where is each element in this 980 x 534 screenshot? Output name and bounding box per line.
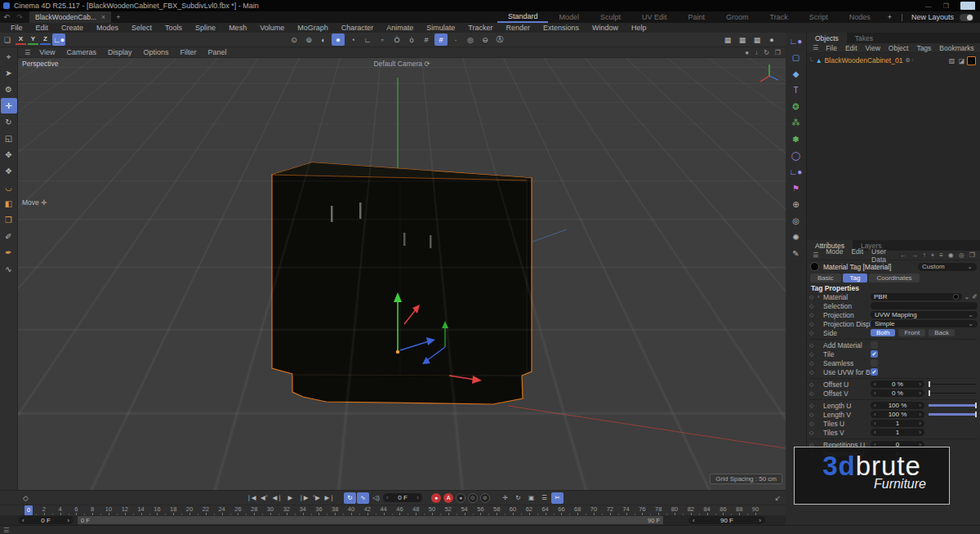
range-track[interactable]: 0 F 90 F (78, 516, 663, 524)
spin-up-icon[interactable]: › (919, 380, 921, 388)
render-settings-icon[interactable]: ◐ (317, 33, 330, 46)
undo-icon[interactable]: ↶ (0, 11, 13, 23)
layout-tab-nodes[interactable]: Nodes (839, 11, 881, 23)
viewport-menu-cameras[interactable]: Cameras (61, 48, 103, 56)
current-frame-field[interactable]: ‹0 F› (383, 493, 422, 502)
menu-modes[interactable]: Modes (90, 24, 125, 32)
animation-dot-icon[interactable]: ◇ (809, 421, 817, 427)
minimize-button[interactable]: — (925, 2, 932, 10)
shading-sphere-icon[interactable]: ● (745, 49, 749, 56)
viewport-menu-view[interactable]: View (33, 48, 60, 56)
record-position-icon[interactable]: ⊙ (468, 493, 478, 503)
magic-solo-icon[interactable]: ◔ (346, 33, 359, 46)
layout-tab-script[interactable]: Script (799, 11, 839, 23)
target-icon[interactable]: ◎ (464, 33, 477, 46)
sky-icon[interactable]: ⊕ (788, 197, 804, 212)
am-menu-mode[interactable]: Mode (822, 247, 847, 264)
transfer-tool-icon[interactable]: ✥ (1, 147, 17, 162)
animation-dot-icon[interactable]: ◇ (809, 294, 817, 300)
checkbox-tile[interactable]: ✔ (871, 350, 878, 358)
record-keyframe-icon[interactable]: ● (431, 493, 441, 503)
animation-dot-icon[interactable]: ◇ (809, 303, 817, 309)
camera-icon[interactable]: ◎ (788, 213, 804, 229)
soft-selection-icon[interactable]: ◡ (1, 180, 17, 195)
zoom-tool-icon[interactable]: ⌖ (1, 49, 17, 65)
box-icon[interactable]: ▣ (525, 492, 537, 504)
axis-lock-y[interactable]: Y (28, 34, 38, 45)
am-burger-icon[interactable]: ☰ (809, 251, 822, 259)
workplane-icon[interactable]: ∟ (361, 33, 374, 46)
redo-icon[interactable]: ↷ (13, 11, 26, 23)
close-tab-icon[interactable]: × (101, 13, 105, 21)
render-view-icon[interactable]: ⊙ (287, 33, 301, 46)
keyframe-selection-icon[interactable]: ● (456, 493, 466, 503)
cut-tool-icon[interactable]: ✂ (551, 492, 564, 504)
keyframe-diamond-icon[interactable]: ◇ (23, 494, 29, 502)
spline-sketch-icon[interactable]: ∿ (1, 261, 17, 277)
cube-primitive-icon[interactable]: ◆ (788, 66, 804, 82)
slider-offset-u[interactable] (927, 380, 978, 388)
target-icon[interactable]: ◎ (956, 251, 967, 260)
section-tab-coordinates[interactable]: Coordinates (869, 274, 919, 283)
camera-label[interactable]: Default Camera ⟳ (18, 60, 786, 68)
next-key-icon[interactable]: °▶ (310, 492, 323, 504)
menu-spline[interactable]: Spline (189, 24, 222, 32)
om-menu-edit[interactable]: Edit (841, 44, 862, 52)
slider-handle[interactable] (975, 403, 977, 408)
filter-icon[interactable]: ≡ (937, 251, 946, 260)
menu-help[interactable]: Help (625, 24, 653, 32)
slider-handle[interactable] (975, 412, 977, 417)
animation-dot-icon[interactable]: ◇ (809, 342, 817, 349)
generator-gear-icon[interactable]: ✽ (788, 131, 804, 147)
viewport-menu-display[interactable]: Display (102, 48, 138, 56)
pen-icon[interactable]: ✒ (1, 245, 17, 260)
lock-icon[interactable]: ◉ (946, 251, 956, 260)
maximize-button[interactable]: ❐ (943, 2, 949, 10)
record-parameters-icon[interactable]: ⊘ (480, 493, 490, 503)
range-start-field[interactable]: ‹ 0 F › (18, 516, 74, 524)
spin-up-icon[interactable]: › (919, 429, 921, 436)
om-menu-view[interactable]: View (862, 44, 884, 52)
tab-takes[interactable]: Takes (847, 33, 881, 43)
menu-animate[interactable]: Animate (380, 24, 420, 32)
key-interpolation-icon[interactable]: ∿ (357, 492, 369, 504)
edit-render-settings-icon[interactable]: ▦ (751, 33, 764, 46)
coordinate-icon[interactable]: ∟● (788, 33, 804, 49)
menu-extensions[interactable]: Extensions (537, 24, 586, 32)
subdivision-surface-icon[interactable]: ❂ (788, 99, 804, 114)
spline-mask-icon[interactable]: ◯ (788, 148, 804, 163)
snap-icon[interactable]: # (420, 33, 433, 46)
model-mode-icon[interactable]: ◧ (1, 196, 17, 211)
am-menu-user-data[interactable]: User Data (867, 247, 898, 264)
slider-handle[interactable] (929, 381, 930, 387)
om-menu-bookmarks[interactable]: Bookmarks (935, 44, 978, 52)
next-frame-icon[interactable]: ❘▶ (297, 492, 310, 504)
sound-icon[interactable]: ◁) (370, 492, 382, 504)
render-editor-icon[interactable]: ▦ (721, 33, 734, 46)
spinner-offset-v[interactable]: ‹0 %› (871, 389, 924, 397)
axis-modifier-icon[interactable]: ∟● (788, 164, 804, 180)
move-record-icon[interactable]: ✛ (499, 492, 511, 504)
layout-tab-sculpt[interactable]: Sculpt (590, 11, 631, 23)
goto-end-icon[interactable]: ▶❘ (323, 492, 336, 504)
visibility-dots-icon[interactable]: ∶ (912, 57, 914, 64)
viewport-canvas[interactable]: Perspective Default Camera ⟳ Move ✛ Grid… (18, 58, 786, 490)
camera-cycle-icon[interactable]: ⟳ (424, 60, 430, 68)
new-layouts-toggle[interactable] (960, 14, 973, 21)
scale-tool-icon[interactable]: ◱ (1, 131, 17, 146)
rotate-tool-icon[interactable]: ↻ (1, 114, 17, 130)
timeline-ruler[interactable]: 0246810121416182022242628303234363840424… (0, 505, 786, 515)
slider-offset-v[interactable] (927, 389, 978, 397)
spinner-length-u[interactable]: ‹100 %› (871, 402, 924, 409)
menu-character[interactable]: Character (335, 24, 381, 32)
animation-dot-icon[interactable]: ◇ (809, 403, 817, 409)
array-generator-icon[interactable]: ⁂ (788, 115, 804, 131)
edit-material-icon[interactable]: ✐ (972, 293, 978, 300)
reset-view-icon[interactable]: ↻ (764, 49, 769, 56)
text-field[interactable] (871, 302, 978, 309)
layout-tab-model[interactable]: Model (548, 11, 590, 23)
edit-pencil-icon[interactable]: ✎ (788, 246, 804, 261)
loop-playback-icon[interactable]: ↻ (344, 492, 356, 504)
slider-handle[interactable] (929, 390, 930, 396)
object-row[interactable]: └ ▲ BlackWoodenCabinet_01 ⚙∶ ▨◪● (808, 56, 978, 65)
